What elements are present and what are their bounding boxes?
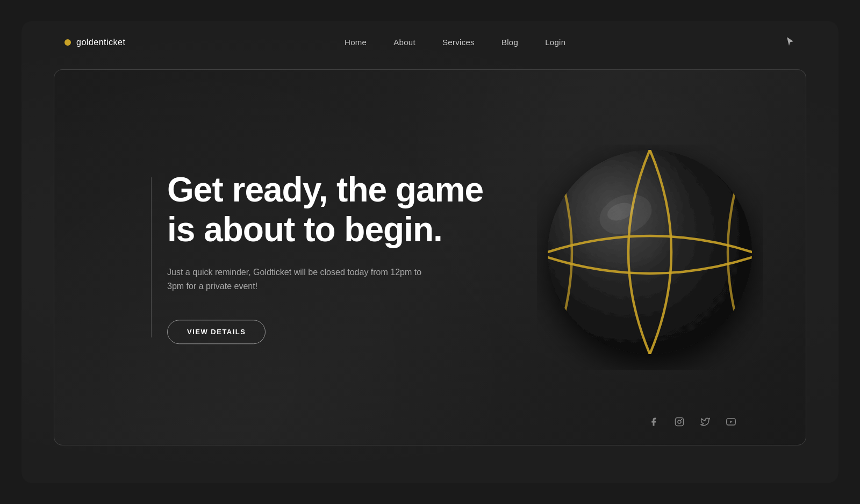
nav-services[interactable]: Services	[442, 38, 475, 47]
svg-point-7	[678, 420, 681, 423]
hero-card: Get ready, the game is about to begin. J…	[54, 69, 806, 445]
instagram-icon[interactable]	[675, 417, 684, 429]
hero-subtitle: Just a quick reminder, Goldticket will b…	[167, 266, 425, 293]
basketball-svg	[537, 145, 763, 370]
nav-about[interactable]: About	[393, 38, 415, 47]
view-details-button[interactable]: VIEW DETAILS	[167, 320, 266, 344]
svg-rect-6	[676, 418, 684, 426]
navbar: goldenticket Home About Services Blog Lo…	[22, 21, 838, 64]
logo: goldenticket	[64, 38, 125, 47]
nav-login[interactable]: Login	[545, 38, 565, 47]
logo-text: goldenticket	[76, 38, 125, 47]
nav-home[interactable]: Home	[345, 38, 367, 47]
svg-point-8	[681, 419, 682, 420]
page-wrapper: goldenticket Home About Services Blog Lo…	[22, 21, 838, 483]
social-bar	[649, 417, 736, 429]
hero-content: Get ready, the game is about to begin. J…	[167, 170, 490, 344]
nav-blog[interactable]: Blog	[501, 38, 518, 47]
basketball-illustration	[537, 145, 763, 370]
logo-dot	[64, 39, 71, 46]
youtube-icon[interactable]	[726, 417, 736, 429]
facebook-icon[interactable]	[649, 417, 658, 429]
twitter-icon[interactable]	[700, 417, 710, 429]
svg-point-3	[548, 150, 752, 354]
svg-marker-9	[730, 421, 732, 423]
cursor-icon	[785, 36, 796, 49]
hero-title: Get ready, the game is about to begin.	[167, 170, 490, 249]
nav-links: Home About Services Blog Login	[345, 38, 565, 47]
